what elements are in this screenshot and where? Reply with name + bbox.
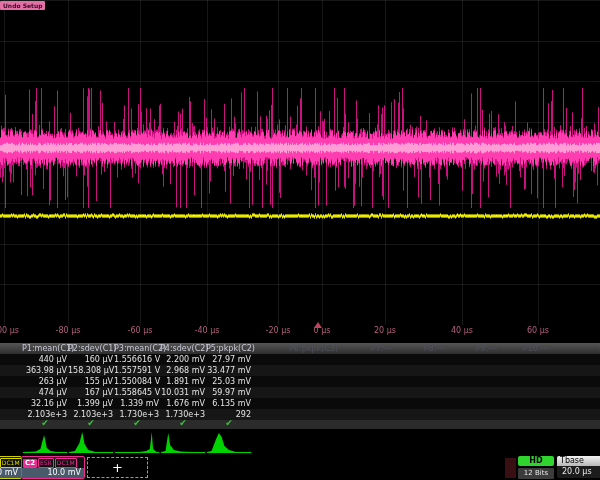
measure-column-header[interactable]: P2:sdev(C1) xyxy=(68,344,113,354)
measure-value: 263 µV xyxy=(22,377,67,387)
status-check-icon: ✔ xyxy=(41,418,49,429)
timebase-value: 20.0 µs xyxy=(557,466,600,477)
measure-row-value: 440 µV160 µV1.556616 V2.200 mV27.97 mV xyxy=(0,354,600,365)
measure-value: 1.558645 V xyxy=(114,388,159,398)
channel-c1-descriptor[interactable]: C1 ESRDC1M 50.0 mV xyxy=(0,456,22,479)
measure-value: 160 µV xyxy=(68,355,113,365)
histicon-strip xyxy=(0,429,600,455)
measure-column-header[interactable]: P3:mean(C2) xyxy=(114,344,159,354)
coupling-tag: DC1M xyxy=(0,458,22,468)
status-check-icon: ✔ xyxy=(179,418,187,429)
measure-column-header[interactable]: P4:sdev(C2) xyxy=(160,344,205,354)
status-check-icon: ✔ xyxy=(225,418,233,429)
status-check-icon: ✔ xyxy=(87,418,95,429)
measure-value: 1.676 mV xyxy=(160,399,205,409)
measure-column-header[interactable]: P5:pkpk(C2) xyxy=(206,344,251,354)
measure-value: 363.98 µV xyxy=(22,366,67,376)
time-tick-label: 40 µs xyxy=(451,326,473,335)
measure-value: 10.031 mV xyxy=(160,388,205,398)
measure-value: 1.557591 V xyxy=(114,366,159,376)
histicon-thumbnail[interactable] xyxy=(22,429,68,455)
measurement-header-row: P1:mean(C1)P2:sdev(C1)P3:mean(C2)P4:sdev… xyxy=(0,343,600,354)
histicon-thumbnail[interactable] xyxy=(114,429,160,455)
measure-value: 32.16 µV xyxy=(22,399,67,409)
measure-value: 1.556616 V xyxy=(114,355,159,365)
time-axis: -100 µs-80 µs-60 µs-40 µs-20 µs0 µs20 µs… xyxy=(0,324,600,337)
measure-row-min: 263 µV155 µV1.550084 V1.891 mV25.03 mV xyxy=(0,376,600,387)
c1-vdiv-value: 50.0 mV xyxy=(0,468,21,478)
time-tick-label: 20 µs xyxy=(374,326,396,335)
measure-column-header-inactive[interactable]: P7:--- xyxy=(342,344,392,354)
measure-value: 158.308 µV xyxy=(68,366,113,376)
measure-value: 25.03 mV xyxy=(206,377,251,387)
measure-value: 155 µV xyxy=(68,377,113,387)
measure-row-max: 474 µV167 µV1.558645 V10.031 mV59.97 mV xyxy=(0,387,600,398)
measure-value: 1.891 mV xyxy=(160,377,205,387)
time-tick-label: 60 µs xyxy=(527,326,549,335)
channel-c2-descriptor[interactable]: C2 ESRDC1M 10.0 mV xyxy=(21,456,85,479)
measure-column-header-inactive[interactable]: P8:--- xyxy=(395,344,445,354)
measure-column-header-inactive[interactable]: P10:--- xyxy=(499,344,549,354)
time-tick-label: -80 µs xyxy=(56,326,81,335)
measurement-status-row: ✔✔✔✔✔ xyxy=(0,420,600,429)
descriptor-bar: C1 ESRDC1M 50.0 mV C2 ESRDC1M 10.0 mV + … xyxy=(0,455,600,480)
measure-value: 2.200 mV xyxy=(160,355,205,365)
histicon-thumbnail[interactable] xyxy=(206,429,252,455)
measure-value: 1.550084 V xyxy=(114,377,159,387)
measure-value: 1.399 µV xyxy=(68,399,113,409)
measure-row-mean: 363.98 µV158.308 µV1.557591 V2.968 mV33.… xyxy=(0,365,600,376)
add-trace-button[interactable]: + xyxy=(87,457,148,478)
measure-column-header-inactive[interactable]: P6:pkpk(C3) xyxy=(288,344,338,354)
undo-setup-button[interactable]: Undo Setup xyxy=(0,1,45,10)
measure-column-header-inactive[interactable]: P11 xyxy=(564,344,600,354)
measure-column-header[interactable]: P1:mean(C1) xyxy=(22,344,67,354)
measure-row-sdev: 32.16 µV1.399 µV1.339 mV1.676 mV6.135 mV xyxy=(0,398,600,409)
c2-label: C2 xyxy=(23,459,37,468)
measure-value: 474 µV xyxy=(22,388,67,398)
timebase-label: Tbase xyxy=(557,456,600,466)
trigger-position-icon[interactable] xyxy=(314,322,322,328)
measure-value: 27.97 mV xyxy=(206,355,251,365)
coupling-tag: ESR xyxy=(38,458,54,468)
measure-value: 59.97 mV xyxy=(206,388,251,398)
coupling-tag: DC1M xyxy=(55,458,77,468)
hd-bits-label: 12 Bits xyxy=(518,468,554,479)
status-check-icon: ✔ xyxy=(133,418,141,429)
hd-mode-badge[interactable]: HD xyxy=(518,456,554,466)
histicon-thumbnail[interactable] xyxy=(68,429,114,455)
descriptor-edge-sliver xyxy=(505,458,516,478)
time-tick-label: -40 µs xyxy=(195,326,220,335)
time-tick-label: -100 µs xyxy=(0,326,19,335)
measure-value: 33.477 mV xyxy=(206,366,251,376)
measure-value: 6.135 mV xyxy=(206,399,251,409)
measure-value: 167 µV xyxy=(68,388,113,398)
timebase-descriptor[interactable]: Tbase 20.0 µs xyxy=(557,456,600,478)
histicon-thumbnail[interactable] xyxy=(160,429,206,455)
measure-column-header-inactive[interactable]: P9:--- xyxy=(447,344,497,354)
c2-vdiv-value: 10.0 mV xyxy=(22,468,84,478)
measure-value: 440 µV xyxy=(22,355,67,365)
waveform-grid[interactable] xyxy=(0,0,600,325)
time-tick-label: -60 µs xyxy=(128,326,153,335)
time-tick-label: -20 µs xyxy=(266,326,291,335)
measure-value: 1.339 mV xyxy=(114,399,159,409)
measure-value: 2.968 mV xyxy=(160,366,205,376)
oscilloscope-screen: Undo Setup -100 µs-80 µs-60 µs-40 µs-20 … xyxy=(0,0,600,480)
